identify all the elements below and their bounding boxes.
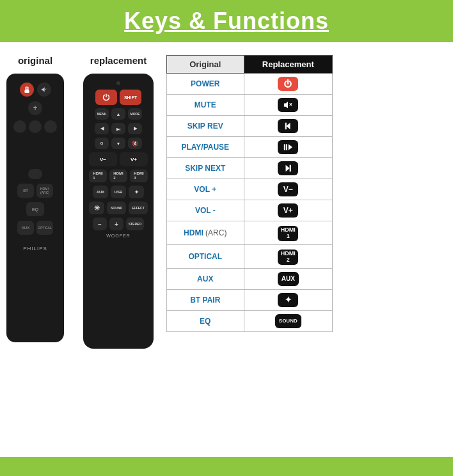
philips-label: PHILIPS: [23, 246, 47, 251]
cell-original: POWER: [167, 74, 244, 95]
page-title: Keys & Functions: [13, 8, 440, 35]
orig-aux-btn[interactable]: AUX: [17, 221, 34, 235]
cell-replacement: V−: [244, 179, 332, 200]
table-row: POWER: [167, 74, 333, 95]
cell-original: EQ: [167, 310, 244, 331]
cell-original: HDMI (ARC): [167, 221, 244, 245]
orig-prev-btn[interactable]: [13, 120, 26, 133]
rep-g-down-vol-row: G ▼ 🔇: [87, 138, 150, 149]
cell-original: PLAY/PAUSE: [167, 137, 244, 158]
cell-original: BT PAIR: [167, 289, 244, 310]
svg-marker-3: [284, 102, 288, 109]
rep-menu-up-mode-row: MENU ▲ MODE: [87, 108, 150, 120]
cell-replacement: V+: [244, 200, 332, 221]
orig-bt-btn[interactable]: BT: [17, 184, 34, 198]
orig-mute-btn[interactable]: [37, 83, 51, 97]
table-area: Original Replacement POWER MUTE: [166, 55, 447, 332]
rep-hdmi1-btn[interactable]: HDMI1: [89, 170, 107, 182]
rep-stereo-btn[interactable]: STEREO: [126, 218, 144, 230]
rep-aux-btn[interactable]: AUX: [93, 186, 108, 198]
orig-aux-opt-row: AUX OPTICAL: [17, 221, 53, 235]
cell-replacement: [244, 74, 332, 95]
rep-usb-btn[interactable]: USB: [111, 186, 126, 198]
table-row: VOL + V−: [167, 179, 333, 200]
vol-minus-icon: V−: [278, 182, 298, 196]
table-row: EQ SOUND: [167, 310, 333, 331]
play-pause-icon: [278, 140, 298, 154]
cell-original: VOL +: [167, 179, 244, 200]
cell-replacement: AUX: [244, 268, 332, 289]
hdmi2-icon: HDMI2: [278, 250, 298, 265]
rep-effect-btn[interactable]: EFFECT: [129, 202, 148, 214]
rep-down-btn[interactable]: ▼: [111, 138, 125, 149]
orig-plus-btn[interactable]: +: [28, 101, 42, 115]
cell-original: MUTE: [167, 95, 244, 116]
orig-bt-hdmi-row: BT HDMI(ARC): [17, 184, 53, 198]
mute-icon: [278, 98, 298, 112]
cell-original: SKIP REV: [167, 116, 244, 137]
cell-replacement: ✦: [244, 289, 332, 310]
rep-bt-btn[interactable]: ✦: [129, 186, 144, 198]
rep-up-btn[interactable]: ▲: [111, 108, 125, 120]
rep-vplus-btn[interactable]: V+: [120, 152, 148, 166]
rep-power-btn[interactable]: [95, 90, 117, 105]
main-content: original +: [0, 42, 453, 457]
svg-marker-6: [287, 123, 290, 130]
original-label: original: [18, 55, 52, 66]
rep-mode-btn[interactable]: MODE: [128, 108, 142, 120]
rep-wminus-btn[interactable]: −: [93, 218, 107, 230]
orig-play-btn[interactable]: [29, 120, 42, 133]
table-row: MUTE: [167, 95, 333, 116]
table-row: SKIP NEXT: [167, 158, 333, 179]
table-row: AUX AUX: [167, 268, 333, 289]
orig-eq-btn[interactable]: EQ: [26, 202, 44, 216]
rep-google-btn[interactable]: G: [95, 138, 109, 149]
col-replacement-header: Replacement: [244, 56, 332, 74]
cell-original: SKIP NEXT: [167, 158, 244, 179]
svg-rect-7: [285, 123, 287, 130]
orig-hdmi-btn[interactable]: HDMI(ARC): [36, 184, 53, 198]
rep-shift-btn[interactable]: SHIFT: [120, 90, 141, 105]
footer: [0, 457, 453, 476]
rep-woofer-row: − + STEREO: [87, 218, 150, 230]
remote-ir-dot: [116, 81, 120, 85]
cell-replacement: HDMI2: [244, 244, 332, 268]
bt-icon: ✦: [278, 293, 298, 307]
table-row: BT PAIR ✦: [167, 289, 333, 310]
svg-rect-8: [284, 144, 285, 150]
rep-wplus-btn[interactable]: +: [109, 218, 123, 230]
vol-plus-icon: V+: [278, 203, 298, 218]
table-row: PLAY/PAUSE: [167, 137, 333, 158]
cell-original: AUX: [167, 268, 244, 289]
orig-next-btn[interactable]: [44, 120, 57, 133]
rep-right-btn[interactable]: ▶: [128, 123, 142, 134]
keys-functions-table: Original Replacement POWER MUTE: [166, 55, 333, 332]
orig-optical-btn[interactable]: OPTICAL: [36, 221, 53, 235]
rep-left-btn[interactable]: ◀: [95, 123, 109, 134]
orig-power-btn[interactable]: [20, 83, 34, 97]
rep-ok-btn[interactable]: ▶|: [111, 123, 125, 134]
cell-original: OPTICAL: [167, 244, 244, 268]
orig-minus-btn[interactable]: [28, 169, 42, 179]
svg-rect-9: [286, 144, 287, 150]
rep-vminus-vplus-row: V− V+: [87, 152, 150, 166]
rep-menu-btn[interactable]: MENU: [95, 108, 109, 120]
sound-icon: SOUND: [275, 314, 301, 328]
woofer-label: WOOFER: [106, 234, 131, 238]
header: Keys & Functions: [0, 0, 453, 42]
rep-asterisk-btn[interactable]: ✳: [89, 202, 104, 214]
original-remote: + BT HDMI(ARC) EQ: [6, 74, 64, 342]
rep-vminus-btn[interactable]: V−: [89, 152, 117, 166]
table-row: VOL - V+: [167, 200, 333, 221]
svg-rect-0: [26, 86, 27, 89]
col-original-header: Original: [167, 56, 244, 74]
rep-sound-btn[interactable]: SOUND: [107, 202, 126, 214]
original-remote-col: original +: [6, 55, 64, 342]
rep-hdmi3-btn[interactable]: HDMI3: [130, 170, 148, 182]
skip-next-icon: [278, 161, 298, 175]
svg-marker-10: [289, 144, 292, 150]
svg-rect-12: [290, 165, 291, 172]
rep-hdmi2-btn[interactable]: HDMI2: [109, 170, 127, 182]
rep-vol-btn[interactable]: 🔇: [128, 138, 142, 149]
rep-sound-row: ✳ SOUND EFFECT: [87, 202, 150, 214]
